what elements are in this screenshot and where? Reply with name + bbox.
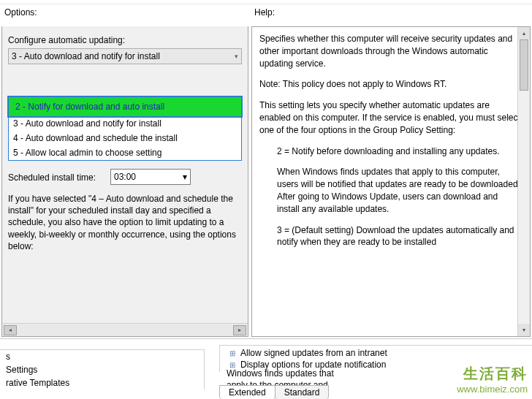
scheduled-time-value: 03:00 bbox=[114, 172, 136, 182]
scroll-thumb[interactable] bbox=[520, 39, 528, 91]
tree-item[interactable]: Settings bbox=[0, 363, 204, 376]
configure-updating-value: 3 - Auto download and notify for install bbox=[12, 51, 160, 61]
chevron-down-icon: ▾ bbox=[235, 53, 238, 60]
options-hscrollbar[interactable]: ◂ ▸ bbox=[2, 323, 248, 336]
tree-fragment: s Settings rative Templates bbox=[0, 349, 205, 390]
tabs: Extended Standard bbox=[219, 385, 328, 399]
dropdown-option-5[interactable]: 5 - Allow local admin to choose setting bbox=[9, 145, 241, 160]
scroll-right-icon[interactable]: ▸ bbox=[233, 325, 246, 335]
help-p5: When Windows finds updates that apply to… bbox=[259, 166, 522, 215]
configure-updating-label: Configure automatic updating: bbox=[8, 35, 242, 45]
tab-standard[interactable]: Standard bbox=[275, 385, 330, 399]
help-p6: 3 = (Default setting) Download the updat… bbox=[259, 224, 522, 249]
scheduled-time-label: Scheduled install time: bbox=[8, 172, 103, 183]
tree-item[interactable]: s bbox=[0, 350, 204, 363]
scroll-down-icon[interactable]: ▾ bbox=[518, 324, 530, 336]
tree-item[interactable]: rative Templates bbox=[0, 376, 204, 390]
scroll-left-icon[interactable]: ◂ bbox=[4, 325, 17, 335]
policy-item[interactable]: ⊞Allow signed updates from an intranet bbox=[227, 347, 528, 359]
options-panel: Configure automatic updating: 3 - Auto d… bbox=[1, 26, 248, 337]
help-p2: Note: This policy does not apply to Wind… bbox=[259, 78, 522, 91]
help-p4: 2 = Notify before downloading and instal… bbox=[259, 145, 522, 158]
configure-updating-dropdown[interactable]: 2 - Notify for download and auto install… bbox=[8, 96, 242, 161]
help-p1: Specifies whether this computer will rec… bbox=[259, 33, 522, 69]
options-note: If you have selected "4 – Auto download … bbox=[8, 193, 242, 252]
dropdown-option-4[interactable]: 4 - Auto download and schedule the insta… bbox=[9, 131, 241, 145]
configure-updating-combo[interactable]: 3 - Auto download and notify for install… bbox=[8, 48, 242, 64]
scroll-up-icon[interactable]: ▴ bbox=[518, 27, 530, 39]
help-vscrollbar[interactable]: ▴ ▾ bbox=[517, 27, 530, 336]
help-label: Help: bbox=[250, 4, 275, 25]
dropdown-option-2[interactable]: 2 - Notify for download and auto install bbox=[9, 97, 241, 116]
policy-icon: ⊞ bbox=[227, 348, 238, 358]
scheduled-time-combo[interactable]: 03:00 ▾ bbox=[110, 169, 191, 185]
help-text: Specifies whether this computer will rec… bbox=[251, 26, 531, 337]
tab-extended[interactable]: Extended bbox=[219, 385, 276, 399]
dropdown-option-3[interactable]: 3 - Auto download and notify for install bbox=[9, 116, 241, 131]
help-panel: Specifies whether this computer will rec… bbox=[251, 26, 531, 337]
chevron-down-icon: ▾ bbox=[183, 172, 187, 182]
options-label: Options: bbox=[0, 4, 250, 25]
help-p3: This setting lets you specify whether au… bbox=[259, 99, 522, 136]
